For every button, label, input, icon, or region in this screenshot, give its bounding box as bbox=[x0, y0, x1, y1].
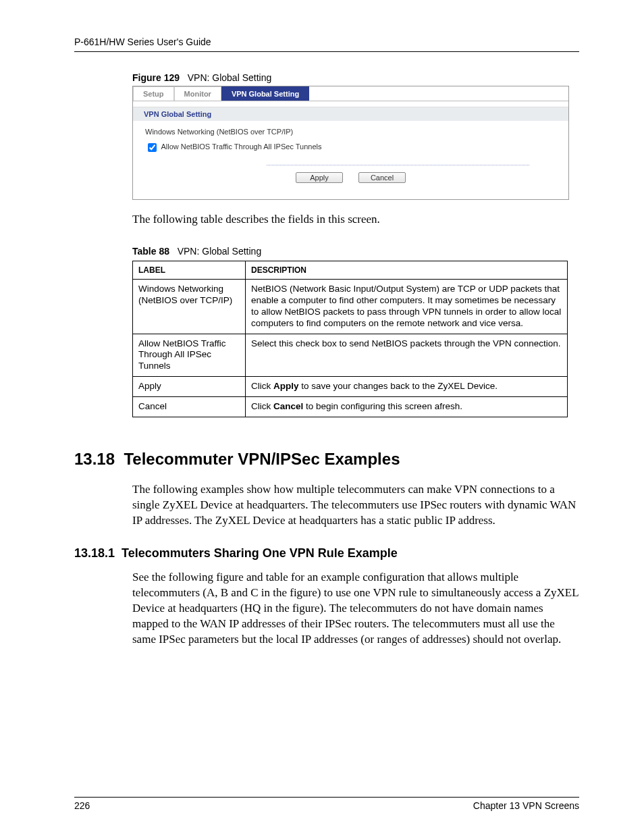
cell-desc: Click Cancel to begin configuring this s… bbox=[246, 397, 568, 417]
cell-desc: Select this check box to send NetBIOS pa… bbox=[246, 334, 568, 377]
section-body: The following examples show how multiple… bbox=[132, 482, 579, 529]
table-row: Apply Click Apply to save your changes b… bbox=[133, 377, 568, 397]
header-rule bbox=[74, 51, 579, 52]
th-label: LABEL bbox=[133, 261, 246, 280]
table-row: Windows Networking (NetBIOS over TCP/IP)… bbox=[133, 280, 568, 334]
separator-dotted bbox=[267, 165, 529, 165]
cell-label: Apply bbox=[133, 377, 246, 397]
panel-title: VPN Global Setting bbox=[133, 107, 568, 121]
running-header: P-661H/HW Series User's Guide bbox=[74, 36, 579, 47]
table-title: VPN: Global Setting bbox=[178, 246, 262, 257]
tab-monitor[interactable]: Monitor bbox=[174, 86, 221, 101]
allow-netbios-label: Allow NetBIOS Traffic Through All IPSec … bbox=[161, 142, 321, 151]
cell-label: Cancel bbox=[133, 397, 246, 417]
section-heading: 13.18 Telecommuter VPN/IPSec Examples bbox=[74, 450, 579, 469]
th-description: DESCRIPTION bbox=[246, 261, 568, 280]
embedded-screenshot: Setup Monitor VPN Global Setting VPN Glo… bbox=[132, 86, 569, 200]
tab-vpn-global-setting[interactable]: VPN Global Setting bbox=[221, 86, 309, 101]
cell-label: Windows Networking (NetBIOS over TCP/IP) bbox=[133, 280, 246, 334]
page-number: 226 bbox=[74, 800, 90, 811]
allow-netbios-checkbox[interactable] bbox=[148, 143, 157, 152]
footer-rule bbox=[74, 797, 579, 798]
table-number: Table 88 bbox=[132, 246, 169, 257]
subsection-heading: 13.18.1 Telecommuters Sharing One VPN Ru… bbox=[74, 546, 579, 561]
table-caption: Table 88 VPN: Global Setting bbox=[132, 246, 579, 257]
figure-caption: Figure 129 VPN: Global Setting bbox=[132, 72, 579, 83]
table-row: Allow NetBIOS Traffic Through All IPSec … bbox=[133, 334, 568, 377]
subsection-title: Telecommuters Sharing One VPN Rule Examp… bbox=[122, 546, 398, 560]
subsection-number: 13.18.1 bbox=[74, 546, 115, 560]
subsection-body: See the following figure and table for a… bbox=[132, 570, 579, 648]
section-number: 13.18 bbox=[74, 450, 115, 468]
tabs-row: Setup Monitor VPN Global Setting bbox=[133, 86, 568, 101]
table-row: Cancel Click Cancel to begin configuring… bbox=[133, 397, 568, 417]
cell-desc: Click Apply to save your changes back to… bbox=[246, 377, 568, 397]
page-footer: 226 Chapter 13 VPN Screens bbox=[74, 797, 579, 811]
cancel-button[interactable]: Cancel bbox=[358, 172, 406, 183]
apply-button[interactable]: Apply bbox=[296, 172, 343, 183]
section-title: Telecommuter VPN/IPSec Examples bbox=[124, 450, 400, 468]
tab-setup[interactable]: Setup bbox=[133, 86, 174, 101]
panel-subheading: Windows Networking (NetBIOS over TCP/IP) bbox=[145, 128, 556, 136]
figure-title: VPN: Global Setting bbox=[188, 72, 272, 83]
cell-label: Allow NetBIOS Traffic Through All IPSec … bbox=[133, 334, 246, 377]
chapter-label: Chapter 13 VPN Screens bbox=[473, 800, 579, 811]
cell-desc: NetBIOS (Network Basic Input/Output Syst… bbox=[246, 280, 568, 334]
figure-number: Figure 129 bbox=[132, 72, 180, 83]
description-table: LABEL DESCRIPTION Windows Networking (Ne… bbox=[132, 261, 568, 417]
intro-paragraph: The following table describes the fields… bbox=[132, 212, 579, 227]
